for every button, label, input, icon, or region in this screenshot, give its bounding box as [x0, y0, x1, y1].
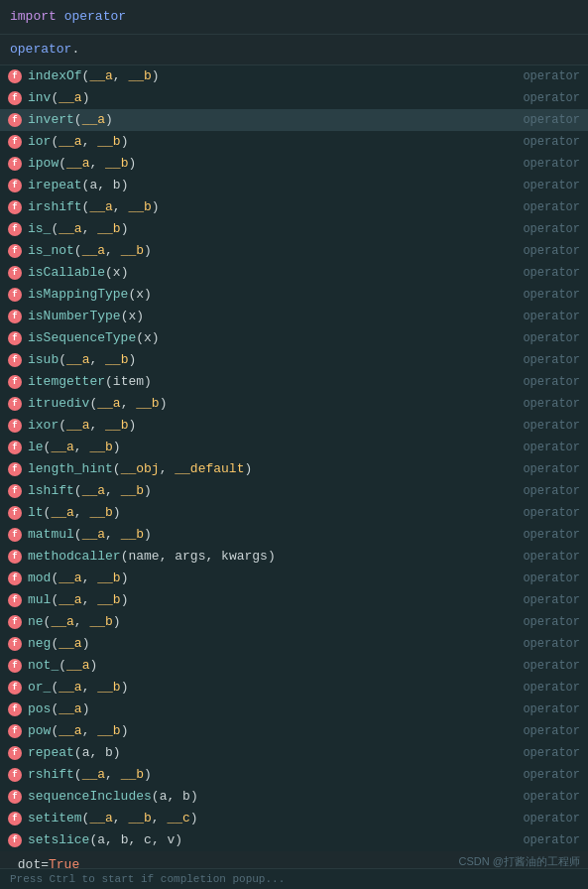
source-label: operator: [523, 633, 580, 655]
autocomplete-item-indexOf[interactable]: findexOf(__a, __b)operator: [0, 65, 588, 87]
source-label: operator: [523, 546, 580, 568]
autocomplete-item-mod[interactable]: fmod(__a, __b)operator: [0, 568, 588, 589]
autocomplete-item-irepeat[interactable]: firepeat(a, b)operator: [0, 175, 588, 196]
source-label: operator: [523, 502, 580, 524]
source-label: operator: [523, 371, 580, 393]
source-label: operator: [523, 65, 580, 87]
autocomplete-item-mul[interactable]: fmul(__a, __b)operator: [0, 589, 588, 611]
autocomplete-item-ior[interactable]: fior(__a, __b)operator: [0, 131, 588, 153]
autocomplete-item-or_[interactable]: for_(__a, __b)operator: [0, 677, 588, 698]
autocomplete-item-invert[interactable]: finvert(__a)operator: [0, 109, 588, 131]
autocomplete-item-ne[interactable]: fne(__a, __b)operator: [0, 611, 588, 633]
func-name: isCallable(x): [28, 262, 128, 284]
func-name: isSequenceType(x): [28, 327, 160, 349]
source-label: operator: [523, 611, 580, 633]
autocomplete-item-lt[interactable]: flt(__a, __b)operator: [0, 502, 588, 524]
autocomplete-item-itruediv[interactable]: fitruediv(__a, __b)operator: [0, 393, 588, 415]
func-name: or_(__a, __b): [28, 677, 128, 698]
func-name: ixor(__a, __b): [28, 415, 136, 437]
func-name: isNumberType(x): [28, 306, 144, 327]
function-icon: f: [8, 790, 22, 804]
function-icon: f: [8, 113, 22, 127]
func-name: matmul(__a, __b): [28, 524, 152, 546]
source-label: operator: [523, 786, 580, 808]
autocomplete-item-isMappingType[interactable]: fisMappingType(x)operator: [0, 284, 588, 306]
autocomplete-item-ipow[interactable]: fipow(__a, __b)operator: [0, 153, 588, 175]
function-icon: f: [8, 484, 22, 498]
function-icon: f: [8, 833, 22, 847]
autocomplete-item-le[interactable]: fle(__a, __b)operator: [0, 437, 588, 458]
autocomplete-item-neg[interactable]: fneg(__a)operator: [0, 633, 588, 655]
function-icon: f: [8, 91, 22, 105]
autocomplete-item-not_[interactable]: fnot_(__a)operator: [0, 655, 588, 677]
autocomplete-item-irshift[interactable]: firshift(__a, __b)operator: [0, 196, 588, 218]
function-icon: f: [8, 375, 22, 389]
source-label: operator: [523, 175, 580, 196]
source-label: operator: [523, 349, 580, 371]
function-icon: f: [8, 593, 22, 607]
source-label: operator: [523, 437, 580, 458]
func-name: length_hint(__obj, __default): [28, 458, 252, 480]
function-icon: f: [8, 419, 22, 433]
autocomplete-item-length_hint[interactable]: flength_hint(__obj, __default)operator: [0, 458, 588, 480]
function-icon: f: [8, 157, 22, 171]
autocomplete-item-itemgetter[interactable]: fitemgetter(item)operator: [0, 371, 588, 393]
source-label: operator: [523, 240, 580, 262]
function-icon: f: [8, 637, 22, 651]
func-name: setslice(a, b, c, v): [28, 829, 182, 851]
func-name: pos(__a): [28, 698, 89, 720]
function-icon: f: [8, 200, 22, 214]
autocomplete-item-setslice[interactable]: fsetslice(a, b, c, v)operator: [0, 829, 588, 851]
autocomplete-item-is_[interactable]: fis_(__a, __b)operator: [0, 218, 588, 240]
function-icon: f: [8, 528, 22, 542]
source-label: operator: [523, 109, 580, 131]
autocomplete-item-isCallable[interactable]: fisCallable(x)operator: [0, 262, 588, 284]
autocomplete-item-pow[interactable]: fpow(__a, __b)operator: [0, 720, 588, 742]
source-label: operator: [523, 284, 580, 306]
function-icon: f: [8, 746, 22, 760]
autocomplete-item-methodcaller[interactable]: fmethodcaller(name, args, kwargs)operato…: [0, 546, 588, 568]
source-label: operator: [523, 306, 580, 327]
autocomplete-item-isNumberType[interactable]: fisNumberType(x)operator: [0, 306, 588, 327]
source-label: operator: [523, 458, 580, 480]
autocomplete-item-sequenceIncludes[interactable]: fsequenceIncludes(a, b)operator: [0, 786, 588, 808]
function-icon: f: [8, 179, 22, 192]
autocomplete-item-inv[interactable]: finv(__a)operator: [0, 87, 588, 109]
function-icon: f: [8, 331, 22, 345]
source-label: operator: [523, 524, 580, 546]
function-icon: f: [8, 441, 22, 454]
func-name: isub(__a, __b): [28, 349, 136, 371]
source-label: operator: [523, 131, 580, 153]
autocomplete-item-isSequenceType[interactable]: fisSequenceType(x)operator: [0, 327, 588, 349]
autocomplete-item-pos[interactable]: fpos(__a)operator: [0, 698, 588, 720]
func-name: itruediv(__a, __b): [28, 393, 167, 415]
autocomplete-item-isub[interactable]: fisub(__a, __b)operator: [0, 349, 588, 371]
function-icon: f: [8, 69, 22, 83]
watermark: CSDN @打酱油的工程师: [459, 854, 580, 869]
source-label: operator: [523, 327, 580, 349]
function-icon: f: [8, 506, 22, 520]
func-name: lt(__a, __b): [28, 502, 121, 524]
func-name: is_(__a, __b): [28, 218, 128, 240]
function-icon: f: [8, 659, 22, 673]
autocomplete-item-setitem[interactable]: fsetitem(__a, __b, __c)operator: [0, 808, 588, 829]
source-label: operator: [523, 677, 580, 698]
autocomplete-item-matmul[interactable]: fmatmul(__a, __b)operator: [0, 524, 588, 546]
function-icon: f: [8, 462, 22, 476]
func-name: ior(__a, __b): [28, 131, 128, 153]
autocomplete-item-is_not[interactable]: fis_not(__a, __b)operator: [0, 240, 588, 262]
autocomplete-list: findexOf(__a, __b)operatorfinv(__a)opera…: [0, 65, 588, 851]
source-label: operator: [523, 153, 580, 175]
autocomplete-item-rshift[interactable]: frshift(__a, __b)operator: [0, 764, 588, 786]
autocomplete-item-ixor[interactable]: fixor(__a, __b)operator: [0, 415, 588, 437]
source-label: operator: [523, 829, 580, 851]
operator-line: operator.: [0, 35, 588, 65]
func-name: is_not(__a, __b): [28, 240, 152, 262]
function-icon: f: [8, 244, 22, 258]
source-label: operator: [523, 698, 580, 720]
autocomplete-item-lshift[interactable]: flshift(__a, __b)operator: [0, 480, 588, 502]
function-icon: f: [8, 222, 22, 236]
source-label: operator: [523, 480, 580, 502]
autocomplete-item-repeat[interactable]: frepeat(a, b)operator: [0, 742, 588, 764]
source-label: operator: [523, 742, 580, 764]
